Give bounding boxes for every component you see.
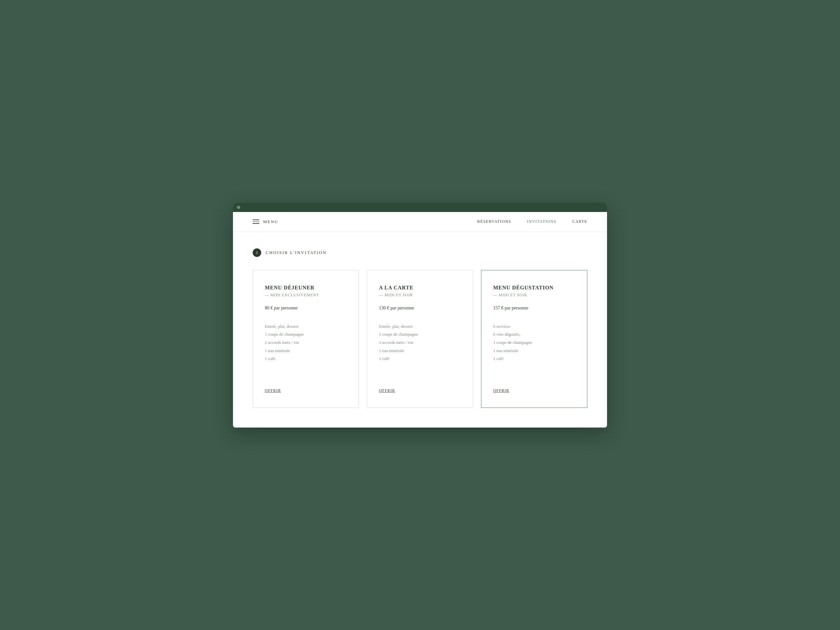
- card-carte-features: Entrée, plat, dessert 1 coupe de champag…: [379, 322, 461, 375]
- hamburger-icon[interactable]: [253, 219, 259, 224]
- nav-link-reservations[interactable]: RÉSERVATIONS: [477, 219, 511, 224]
- section-header: 1 CHOISIR L'INVITATION: [253, 248, 587, 257]
- card-carte-title: A LA CARTE: [379, 285, 461, 291]
- card-degustation[interactable]: MENU DÉGUSTATION — MIDI ET SOIR 157 € pa…: [481, 270, 587, 408]
- nav-logo: MENU: [263, 219, 278, 224]
- card-dejeuner-action: OFFRIR: [265, 387, 347, 393]
- card-dejeuner-title: MENU DÉJEUNER: [265, 285, 347, 291]
- card-degustation-action: OFFRIR: [493, 387, 575, 393]
- nav-link-invitations[interactable]: INVITATIONS: [527, 219, 556, 224]
- cards-grid: MENU DÉJEUNER — MIDI EXCLUSIVEMENT 80 € …: [253, 270, 587, 408]
- card-dejeuner-subtitle: — MIDI EXCLUSIVEMENT: [265, 293, 347, 298]
- card-degustation-subtitle: — MIDI ET SOIR: [493, 293, 575, 298]
- step-badge: 1: [253, 248, 261, 257]
- browser-window: MENU RÉSERVATIONS INVITATIONS CARTE 1 CH…: [233, 203, 607, 428]
- nav-links: RÉSERVATIONS INVITATIONS CARTE: [477, 219, 587, 224]
- card-dejeuner-features: Entrée, plat, dessert 1 coupe de champag…: [265, 322, 347, 375]
- browser-close-dot: [237, 206, 240, 209]
- section-title: CHOISIR L'INVITATION: [266, 250, 327, 255]
- nav-left: MENU: [253, 219, 278, 224]
- card-carte-action: OFFRIR: [379, 387, 461, 393]
- browser-titlebar: [233, 203, 607, 212]
- card-carte-subtitle: — MIDI ET SOIR: [379, 293, 461, 298]
- offrir-button-carte[interactable]: OFFRIR: [379, 388, 395, 393]
- nav-link-carte[interactable]: CARTE: [572, 219, 587, 224]
- page-content: MENU RÉSERVATIONS INVITATIONS CARTE 1 CH…: [233, 212, 607, 428]
- offrir-button-dejeuner[interactable]: OFFRIR: [265, 388, 281, 393]
- main-content: 1 CHOISIR L'INVITATION MENU DÉJEUNER — M…: [233, 232, 607, 428]
- card-carte[interactable]: A LA CARTE — MIDI ET SOIR 130 € par pers…: [367, 270, 473, 408]
- card-degustation-title: MENU DÉGUSTATION: [493, 285, 575, 291]
- card-carte-price: 130 € par personne: [379, 305, 461, 311]
- card-degustation-features: 6 services 6 vins dégustés, 1 coupe de c…: [493, 322, 575, 375]
- offrir-button-degustation[interactable]: OFFRIR: [493, 388, 509, 393]
- card-dejeuner-price: 80 € par personne: [265, 305, 347, 311]
- card-degustation-price: 157 € par personne: [493, 305, 575, 311]
- card-dejeuner[interactable]: MENU DÉJEUNER — MIDI EXCLUSIVEMENT 80 € …: [253, 270, 359, 408]
- navbar: MENU RÉSERVATIONS INVITATIONS CARTE: [233, 212, 607, 232]
